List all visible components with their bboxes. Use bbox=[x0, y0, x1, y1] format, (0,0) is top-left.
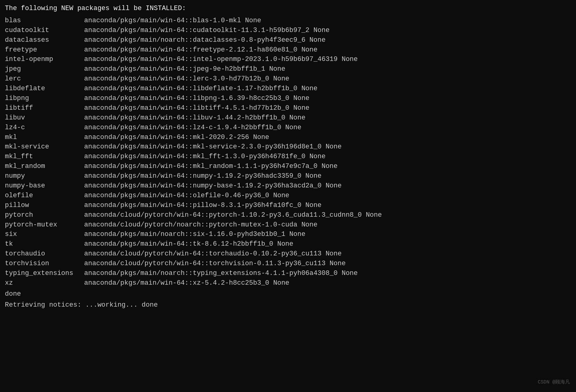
package-name: jpeg bbox=[5, 64, 84, 74]
footer-notices: Retrieving notices: ...working... done bbox=[5, 300, 571, 310]
table-row: libtiffanaconda/pkgs/main/win-64::libtif… bbox=[5, 103, 571, 113]
table-row: mkl-serviceanaconda/pkgs/main/win-64::mk… bbox=[5, 142, 571, 152]
package-name: libtiff bbox=[5, 103, 84, 113]
package-source: anaconda/pkgs/main/win-64::cudatoolkit-1… bbox=[84, 26, 571, 35]
package-source: anaconda/pkgs/main/win-64::mkl_random-1.… bbox=[84, 162, 571, 171]
table-row: pytorchanaconda/cloud/pytorch/win-64::py… bbox=[5, 210, 571, 220]
package-name: lerc bbox=[5, 74, 84, 84]
package-name: cudatoolkit bbox=[5, 26, 84, 35]
table-row: pytorch-mutexanaconda/cloud/pytorch/noar… bbox=[5, 220, 571, 230]
package-source: anaconda/pkgs/main/win-64::jpeg-9e-h2bbf… bbox=[84, 64, 571, 74]
package-source: anaconda/cloud/pytorch/win-64::torchaudi… bbox=[84, 249, 571, 259]
package-source: anaconda/pkgs/main/win-64::libdeflate-1.… bbox=[84, 84, 571, 94]
package-name: mkl bbox=[5, 133, 84, 142]
package-source: anaconda/pkgs/main/noarch::dataclasses-0… bbox=[84, 35, 571, 45]
table-row: sixanaconda/pkgs/main/noarch::six-1.16.0… bbox=[5, 230, 571, 239]
table-row: mkl_randomanaconda/pkgs/main/win-64::mkl… bbox=[5, 162, 571, 171]
table-row: freetypeanaconda/pkgs/main/win-64::freet… bbox=[5, 45, 571, 55]
package-name: libuv bbox=[5, 113, 84, 123]
package-source: anaconda/pkgs/main/win-64::lz4-c-1.9.4-h… bbox=[84, 123, 571, 133]
header-line: The following NEW packages will be INSTA… bbox=[5, 4, 571, 13]
table-row: libuvanaconda/pkgs/main/win-64::libuv-1.… bbox=[5, 113, 571, 123]
package-name: pillow bbox=[5, 201, 84, 210]
package-source: anaconda/pkgs/main/win-64::pillow-8.3.1-… bbox=[84, 201, 571, 210]
table-row: mklanaconda/pkgs/main/win-64::mkl-2020.2… bbox=[5, 133, 571, 142]
table-row: pillowanaconda/pkgs/main/win-64::pillow-… bbox=[5, 201, 571, 210]
package-source: anaconda/pkgs/main/win-64::mkl_fft-1.3.0… bbox=[84, 152, 571, 162]
package-name: libdeflate bbox=[5, 84, 84, 94]
table-row: olefileanaconda/pkgs/main/win-64::olefil… bbox=[5, 191, 571, 201]
table-row: numpyanaconda/pkgs/main/win-64::numpy-1.… bbox=[5, 171, 571, 181]
table-row: torchaudioanaconda/cloud/pytorch/win-64:… bbox=[5, 249, 571, 259]
package-list: blasanaconda/pkgs/main/win-64::blas-1.0-… bbox=[5, 16, 571, 288]
package-source: anaconda/pkgs/main/win-64::libtiff-4.5.1… bbox=[84, 103, 571, 113]
package-name: six bbox=[5, 230, 84, 239]
package-name: pytorch-mutex bbox=[5, 220, 84, 230]
package-source: anaconda/pkgs/main/noarch::six-1.16.0-py… bbox=[84, 230, 571, 239]
package-name: intel-openmp bbox=[5, 55, 84, 64]
package-source: anaconda/pkgs/main/noarch::typing_extens… bbox=[84, 269, 571, 278]
table-row: jpeganaconda/pkgs/main/win-64::jpeg-9e-h… bbox=[5, 64, 571, 74]
package-source: anaconda/pkgs/main/win-64::mkl-service-2… bbox=[84, 142, 571, 152]
package-name: lz4-c bbox=[5, 123, 84, 133]
package-source: anaconda/pkgs/main/win-64::libuv-1.44.2-… bbox=[84, 113, 571, 123]
package-name: mkl_fft bbox=[5, 152, 84, 162]
table-row: libpnganaconda/pkgs/main/win-64::libpng-… bbox=[5, 94, 571, 103]
package-source: anaconda/pkgs/main/win-64::lerc-3.0-hd77… bbox=[84, 74, 571, 84]
package-source: anaconda/pkgs/main/win-64::mkl-2020.2-25… bbox=[84, 133, 571, 142]
package-source: anaconda/pkgs/main/win-64::numpy-base-1.… bbox=[84, 181, 571, 191]
package-name: torchvision bbox=[5, 259, 84, 269]
package-source: anaconda/pkgs/main/win-64::libpng-1.6.39… bbox=[84, 94, 571, 103]
table-row: mkl_fftanaconda/pkgs/main/win-64::mkl_ff… bbox=[5, 152, 571, 162]
table-row: libdeflateanaconda/pkgs/main/win-64::lib… bbox=[5, 84, 571, 94]
package-name: numpy bbox=[5, 171, 84, 181]
package-source: anaconda/cloud/pytorch/win-64::pytorch-1… bbox=[84, 210, 571, 220]
package-source: anaconda/pkgs/main/win-64::freetype-2.12… bbox=[84, 45, 571, 55]
package-name: libpng bbox=[5, 94, 84, 103]
package-name: numpy-base bbox=[5, 181, 84, 191]
package-name: xz bbox=[5, 278, 84, 288]
table-row: lz4-canaconda/pkgs/main/win-64::lz4-c-1.… bbox=[5, 123, 571, 133]
table-row: torchvisionanaconda/cloud/pytorch/win-64… bbox=[5, 259, 571, 269]
package-name: tk bbox=[5, 239, 84, 249]
package-source: anaconda/pkgs/main/win-64::olefile-0.46-… bbox=[84, 191, 571, 201]
package-name: torchaudio bbox=[5, 249, 84, 259]
table-row: xzanaconda/pkgs/main/win-64::xz-5.4.2-h8… bbox=[5, 278, 571, 288]
watermark: CSDN @顾海凡 bbox=[538, 379, 570, 386]
package-name: blas bbox=[5, 16, 84, 26]
table-row: tkanaconda/pkgs/main/win-64::tk-8.6.12-h… bbox=[5, 239, 571, 249]
package-source: anaconda/pkgs/main/win-64::intel-openmp-… bbox=[84, 55, 571, 64]
terminal-window: The following NEW packages will be INSTA… bbox=[5, 4, 571, 310]
table-row: blasanaconda/pkgs/main/win-64::blas-1.0-… bbox=[5, 16, 571, 26]
package-name: mkl_random bbox=[5, 162, 84, 171]
table-row: lercanaconda/pkgs/main/win-64::lerc-3.0-… bbox=[5, 74, 571, 84]
package-name: typing_extensions bbox=[5, 269, 84, 278]
package-source: anaconda/pkgs/main/win-64::xz-5.4.2-h8cc… bbox=[84, 278, 571, 288]
package-source: anaconda/pkgs/main/win-64::numpy-1.19.2-… bbox=[84, 171, 571, 181]
package-source: anaconda/cloud/pytorch/noarch::pytorch-m… bbox=[84, 220, 571, 230]
footer-done: done bbox=[5, 289, 571, 299]
package-source: anaconda/pkgs/main/win-64::blas-1.0-mkl … bbox=[84, 16, 571, 26]
package-name: dataclasses bbox=[5, 35, 84, 45]
table-row: dataclassesanaconda/pkgs/main/noarch::da… bbox=[5, 35, 571, 45]
package-name: pytorch bbox=[5, 210, 84, 220]
package-name: freetype bbox=[5, 45, 84, 55]
package-name: mkl-service bbox=[5, 142, 84, 152]
package-name: olefile bbox=[5, 191, 84, 201]
table-row: intel-openmpanaconda/pkgs/main/win-64::i… bbox=[5, 55, 571, 64]
package-source: anaconda/cloud/pytorch/win-64::torchvisi… bbox=[84, 259, 571, 269]
table-row: numpy-baseanaconda/pkgs/main/win-64::num… bbox=[5, 181, 571, 191]
table-row: cudatoolkitanaconda/pkgs/main/win-64::cu… bbox=[5, 26, 571, 35]
package-source: anaconda/pkgs/main/win-64::tk-8.6.12-h2b… bbox=[84, 239, 571, 249]
table-row: typing_extensionsanaconda/pkgs/main/noar… bbox=[5, 269, 571, 278]
